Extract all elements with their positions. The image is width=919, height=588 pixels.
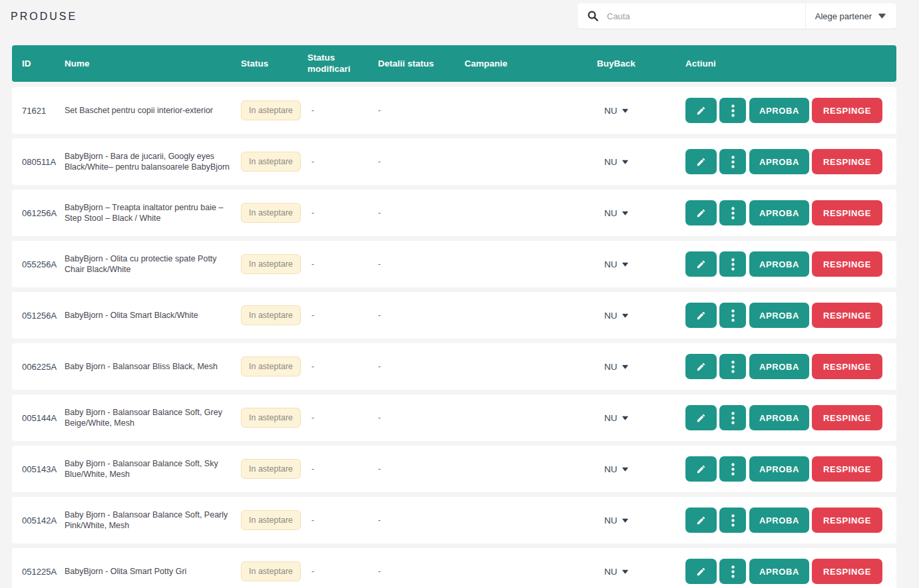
detalii-status-value: - bbox=[378, 208, 464, 218]
buyback-value: NU bbox=[604, 362, 618, 372]
edit-button[interactable] bbox=[685, 405, 717, 430]
pencil-icon bbox=[696, 567, 706, 577]
reject-button[interactable]: RESPINGE bbox=[812, 559, 882, 584]
vertical-dots-icon bbox=[731, 412, 735, 424]
column-header-status-modificari: Status modificari bbox=[307, 53, 378, 75]
edit-button[interactable] bbox=[685, 200, 717, 225]
vertical-dots-icon bbox=[731, 258, 735, 271]
buyback-dropdown[interactable]: NU bbox=[604, 567, 628, 577]
column-header-campanie: Campanie bbox=[464, 59, 597, 69]
approve-button[interactable]: APROBA bbox=[749, 303, 809, 328]
buyback-value: NU bbox=[604, 413, 618, 423]
edit-button[interactable] bbox=[685, 508, 717, 533]
reject-button[interactable]: RESPINGE bbox=[812, 303, 882, 328]
actions-cell: APROBA RESPINGE bbox=[673, 98, 896, 123]
buyback-dropdown[interactable]: NU bbox=[604, 311, 628, 321]
buyback-dropdown[interactable]: NU bbox=[604, 464, 628, 474]
buyback-dropdown[interactable]: NU bbox=[604, 259, 628, 269]
approve-button[interactable]: APROBA bbox=[749, 508, 809, 533]
product-name: BabyBjorn – Treapta inaltator pentru bai… bbox=[65, 202, 241, 224]
chevron-down-icon bbox=[622, 313, 628, 318]
chevron-down-icon bbox=[622, 518, 628, 523]
more-options-button[interactable] bbox=[719, 98, 746, 123]
vertical-dots-icon bbox=[731, 514, 735, 527]
more-options-button[interactable] bbox=[719, 405, 746, 430]
buyback-cell: NU bbox=[597, 311, 673, 321]
reject-button[interactable]: RESPINGE bbox=[812, 200, 882, 225]
status-modificari-value: - bbox=[307, 311, 378, 320]
edit-button[interactable] bbox=[685, 456, 717, 482]
approve-button[interactable]: APROBA bbox=[749, 98, 809, 123]
product-name: Baby Bjorn - Balansoar Balance Soft, Gre… bbox=[65, 407, 241, 429]
approve-button[interactable]: APROBA bbox=[749, 149, 809, 174]
vertical-dots-icon bbox=[731, 156, 735, 168]
approve-button[interactable]: APROBA bbox=[749, 200, 809, 225]
column-header-detalii-status: Detalii status bbox=[378, 59, 464, 69]
status-badge: In asteptare bbox=[241, 357, 301, 376]
detalii-status-value: - bbox=[378, 464, 464, 474]
more-options-button[interactable] bbox=[719, 508, 746, 533]
buyback-dropdown[interactable]: NU bbox=[604, 157, 628, 167]
status-badge: In asteptare bbox=[241, 459, 301, 479]
edit-button[interactable] bbox=[685, 251, 717, 277]
partner-select-dropdown[interactable]: Alege partener bbox=[806, 3, 896, 29]
product-name: BabyBjorn - Bara de jucarii, Googly eyes… bbox=[65, 151, 241, 173]
product-id: 71621 bbox=[12, 106, 65, 116]
chevron-down-icon bbox=[622, 416, 628, 420]
buyback-dropdown[interactable]: NU bbox=[604, 362, 628, 372]
edit-button[interactable] bbox=[685, 559, 717, 584]
chevron-down-icon bbox=[622, 108, 628, 113]
approve-button[interactable]: APROBA bbox=[749, 405, 809, 430]
reject-button[interactable]: RESPINGE bbox=[812, 508, 882, 533]
actions-cell: APROBA RESPINGE bbox=[673, 405, 896, 430]
approve-button[interactable]: APROBA bbox=[749, 559, 809, 584]
column-header-status: Status bbox=[241, 59, 307, 69]
chevron-down-icon bbox=[878, 13, 886, 19]
approve-button[interactable]: APROBA bbox=[749, 456, 809, 482]
search-input[interactable] bbox=[607, 3, 805, 29]
buyback-dropdown[interactable]: NU bbox=[604, 106, 628, 116]
edit-button[interactable] bbox=[685, 149, 717, 174]
reject-button[interactable]: RESPINGE bbox=[812, 251, 882, 277]
chevron-down-icon bbox=[622, 569, 628, 574]
reject-button[interactable]: RESPINGE bbox=[812, 149, 882, 174]
reject-button[interactable]: RESPINGE bbox=[812, 354, 882, 379]
approve-button[interactable]: APROBA bbox=[749, 354, 809, 379]
buyback-value: NU bbox=[604, 157, 618, 167]
table-row: 006225A Baby Bjorn - Balansoar Bliss Bla… bbox=[12, 343, 896, 390]
edit-button[interactable] bbox=[685, 354, 717, 379]
more-options-button[interactable] bbox=[719, 200, 746, 225]
more-options-button[interactable] bbox=[719, 251, 746, 277]
buyback-value: NU bbox=[604, 464, 618, 474]
more-options-button[interactable] bbox=[719, 149, 746, 174]
reject-button[interactable]: RESPINGE bbox=[812, 98, 882, 123]
edit-button[interactable] bbox=[685, 98, 717, 123]
buyback-dropdown[interactable]: NU bbox=[604, 208, 628, 218]
buyback-dropdown[interactable]: NU bbox=[604, 413, 628, 423]
more-options-button[interactable] bbox=[719, 303, 746, 328]
buyback-dropdown[interactable]: NU bbox=[604, 515, 628, 525]
pencil-icon bbox=[696, 106, 706, 116]
more-options-button[interactable] bbox=[719, 559, 746, 584]
buyback-cell: NU bbox=[597, 413, 673, 423]
pencil-icon bbox=[696, 311, 706, 321]
detalii-status-value: - bbox=[378, 413, 464, 422]
status-cell: In asteptare bbox=[241, 305, 307, 325]
buyback-cell: NU bbox=[597, 567, 673, 577]
more-options-button[interactable] bbox=[719, 354, 746, 379]
edit-button[interactable] bbox=[685, 303, 717, 328]
vertical-dots-icon bbox=[731, 309, 735, 322]
product-name: BabyBjorn - Olita Smart Black/White bbox=[65, 310, 241, 321]
vertical-dots-icon bbox=[731, 207, 735, 220]
status-badge: In asteptare bbox=[241, 100, 301, 120]
detalii-status-value: - bbox=[378, 106, 464, 115]
reject-button[interactable]: RESPINGE bbox=[812, 456, 882, 482]
reject-button[interactable]: RESPINGE bbox=[812, 405, 882, 430]
status-cell: In asteptare bbox=[241, 561, 307, 581]
approve-button[interactable]: APROBA bbox=[749, 251, 809, 277]
more-options-button[interactable] bbox=[719, 456, 746, 482]
chevron-down-icon bbox=[622, 467, 628, 472]
table-row: 051225A BabyBjorn - Olita Smart Potty Gr… bbox=[12, 548, 896, 588]
detalii-status-value: - bbox=[378, 157, 464, 166]
vertical-dots-icon bbox=[731, 565, 735, 578]
